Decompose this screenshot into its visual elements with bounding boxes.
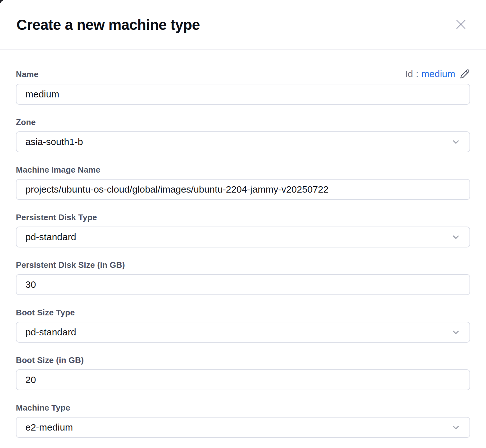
field-name: Name Id : medium [16, 69, 470, 105]
field-machine-image-name: Machine Image Name [16, 165, 470, 200]
id-separator: : [416, 69, 418, 79]
name-input-box[interactable] [16, 84, 470, 105]
field-label: Machine Image Name [16, 165, 100, 175]
dialog-header: Create a new machine type [0, 0, 486, 49]
field-label: Name [16, 69, 38, 79]
field-zone: Zone [16, 117, 470, 152]
fields-container: Zone Machine Image Name Persistent Disk … [16, 117, 470, 438]
dialog-body: Name Id : medium Zo [0, 49, 486, 438]
dialog-title: Create a new machine type [16, 16, 200, 33]
id-prefix: Id [405, 69, 413, 79]
machine-type-select[interactable] [16, 417, 470, 438]
field-label: Persistent Disk Size (in GB) [16, 260, 125, 270]
field-label: Boot Size Type [16, 308, 75, 317]
field-label: Machine Type [16, 403, 70, 412]
machine-id-display: Id : medium [405, 69, 470, 79]
machine-image-name-input[interactable] [16, 180, 470, 199]
machine-type-select-value[interactable] [16, 418, 470, 437]
id-value-link[interactable]: medium [421, 69, 455, 79]
boot-size-input-box[interactable] [16, 369, 470, 390]
field-persistent-disk-size: Persistent Disk Size (in GB) [16, 260, 470, 295]
field-machine-type: Machine Type [16, 403, 470, 438]
persistent-disk-type-select-value[interactable] [16, 227, 470, 247]
field-label: Zone [16, 117, 36, 127]
persistent-disk-type-select[interactable] [16, 227, 470, 247]
edit-icon[interactable] [459, 69, 470, 79]
zone-select-value[interactable] [16, 132, 470, 152]
field-boot-size-type: Boot Size Type [16, 308, 470, 343]
boot-size-type-select-value[interactable] [16, 322, 470, 342]
zone-select[interactable] [16, 131, 470, 152]
boot-size-input[interactable] [16, 370, 470, 390]
field-label: Boot Size (in GB) [16, 355, 84, 365]
field-boot-size: Boot Size (in GB) [16, 355, 470, 390]
name-input[interactable] [16, 84, 470, 104]
create-machine-type-dialog: Create a new machine type Name Id : medi… [0, 0, 486, 448]
field-persistent-disk-type: Persistent Disk Type [16, 213, 470, 247]
machine-image-name-input-box[interactable] [16, 179, 470, 200]
boot-size-type-select[interactable] [16, 322, 470, 343]
persistent-disk-size-input-box[interactable] [16, 274, 470, 295]
persistent-disk-size-input[interactable] [16, 275, 470, 294]
close-icon[interactable] [454, 17, 468, 32]
field-label: Persistent Disk Type [16, 213, 97, 222]
